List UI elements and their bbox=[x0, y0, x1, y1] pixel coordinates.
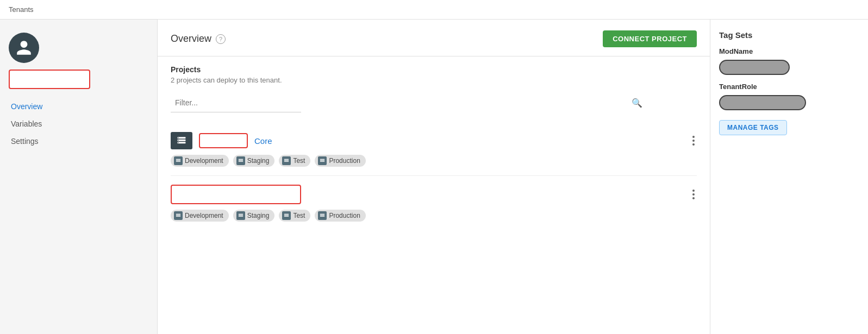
svg-rect-25 bbox=[284, 215, 289, 216]
svg-rect-19 bbox=[176, 215, 180, 216]
env-icon bbox=[282, 156, 291, 165]
svg-rect-11 bbox=[239, 161, 243, 162]
env-tag-staging-2[interactable]: Staging bbox=[233, 210, 275, 222]
svg-rect-21 bbox=[239, 214, 243, 215]
env-icon bbox=[318, 211, 327, 220]
svg-rect-27 bbox=[320, 214, 324, 215]
svg-rect-28 bbox=[320, 215, 324, 216]
sidebar-item-settings[interactable]: Settings bbox=[9, 133, 148, 150]
env-icon bbox=[236, 211, 245, 220]
tagsets-title: Tag Sets bbox=[719, 30, 859, 40]
tagset-tenantrole-value[interactable] bbox=[719, 95, 806, 110]
project-row-2 bbox=[171, 185, 697, 204]
svg-rect-13 bbox=[284, 160, 289, 161]
svg-rect-29 bbox=[320, 216, 324, 217]
env-tag-development-1[interactable]: Development bbox=[171, 155, 229, 167]
svg-rect-17 bbox=[320, 161, 324, 162]
project-menu-button-2[interactable] bbox=[690, 187, 697, 201]
env-tag-production-1[interactable]: Production bbox=[315, 155, 365, 167]
manage-tags-button[interactable]: MANAGE TAGS bbox=[719, 120, 787, 135]
env-tag-development-2[interactable]: Development bbox=[171, 210, 229, 222]
project-menu-button-1[interactable] bbox=[690, 134, 697, 148]
svg-rect-18 bbox=[176, 214, 180, 215]
svg-rect-12 bbox=[284, 159, 289, 160]
env-icon bbox=[318, 156, 327, 165]
svg-rect-7 bbox=[176, 160, 180, 161]
svg-rect-22 bbox=[239, 215, 243, 216]
filter-input[interactable] bbox=[171, 93, 301, 112]
env-tag-test-1[interactable]: Test bbox=[279, 155, 310, 167]
filter-container: 🔍 bbox=[171, 93, 697, 112]
sidebar-item-overview[interactable]: Overview bbox=[9, 98, 148, 115]
env-icon bbox=[174, 211, 183, 220]
env-tags-1: Development Staging bbox=[171, 155, 697, 167]
project-name-redacted-1 bbox=[199, 133, 248, 148]
projects-header: Overview ? CONNECT PROJECT bbox=[158, 20, 710, 56]
project-icon bbox=[171, 132, 192, 149]
tagsets-panel: Tag Sets ModName TenantRole MANAGE TAGS bbox=[710, 20, 868, 334]
svg-rect-6 bbox=[176, 159, 180, 160]
projects-label: Projects bbox=[171, 65, 697, 74]
avatar-container bbox=[9, 33, 148, 89]
tagset-modname-label: ModName bbox=[719, 47, 859, 55]
svg-rect-14 bbox=[284, 161, 289, 162]
sidebar: Overview Variables Settings bbox=[0, 20, 158, 334]
svg-rect-15 bbox=[320, 159, 324, 160]
svg-rect-10 bbox=[239, 160, 243, 161]
env-tag-production-2[interactable]: Production bbox=[315, 210, 365, 222]
sidebar-item-variables[interactable]: Variables bbox=[9, 115, 148, 133]
main-content: Overview ? CONNECT PROJECT Projects 2 pr… bbox=[158, 20, 868, 334]
project-item-2: Development Staging bbox=[171, 176, 697, 230]
project-title-1[interactable]: Core bbox=[254, 136, 272, 146]
env-icon bbox=[282, 211, 291, 220]
projects-panel: Overview ? CONNECT PROJECT Projects 2 pr… bbox=[158, 20, 710, 334]
sidebar-nav: Overview Variables Settings bbox=[9, 98, 148, 150]
svg-rect-16 bbox=[320, 160, 324, 161]
tagset-modname-value[interactable] bbox=[719, 60, 790, 75]
svg-rect-8 bbox=[176, 161, 180, 162]
project-left-2 bbox=[171, 185, 301, 204]
env-tags-2: Development Staging bbox=[171, 210, 697, 222]
env-tag-staging-1[interactable]: Staging bbox=[233, 155, 275, 167]
project-left: Core bbox=[171, 132, 272, 149]
svg-point-4 bbox=[178, 140, 179, 141]
project-name-redacted-2 bbox=[171, 185, 301, 204]
connect-project-button[interactable]: CONNECT PROJECT bbox=[603, 30, 697, 47]
env-icon bbox=[236, 156, 245, 165]
project-item: Core bbox=[171, 123, 697, 176]
page-title: Overview bbox=[171, 33, 211, 45]
search-icon: 🔍 bbox=[632, 98, 642, 108]
svg-point-3 bbox=[178, 137, 179, 138]
help-icon[interactable]: ? bbox=[216, 34, 226, 44]
top-bar-title: Tenants bbox=[9, 5, 34, 14]
svg-rect-9 bbox=[239, 159, 243, 160]
projects-section: Projects 2 projects can deploy to this t… bbox=[158, 56, 710, 239]
svg-point-5 bbox=[178, 142, 179, 143]
main-layout: Overview Variables Settings Overview ? bbox=[0, 20, 868, 334]
top-bar: Tenants bbox=[0, 0, 868, 20]
projects-description: 2 projects can deploy to this tenant. bbox=[171, 76, 697, 84]
svg-rect-23 bbox=[239, 216, 243, 217]
tenant-name-input[interactable] bbox=[9, 70, 90, 89]
tagset-tenantrole-label: TenantRole bbox=[719, 83, 859, 91]
overview-title-group: Overview ? bbox=[171, 33, 226, 45]
project-row: Core bbox=[171, 132, 697, 149]
svg-rect-26 bbox=[284, 216, 289, 217]
svg-rect-24 bbox=[284, 214, 289, 215]
env-tag-test-2[interactable]: Test bbox=[279, 210, 310, 222]
avatar bbox=[9, 33, 39, 63]
svg-rect-20 bbox=[176, 216, 180, 217]
env-icon bbox=[174, 156, 183, 165]
